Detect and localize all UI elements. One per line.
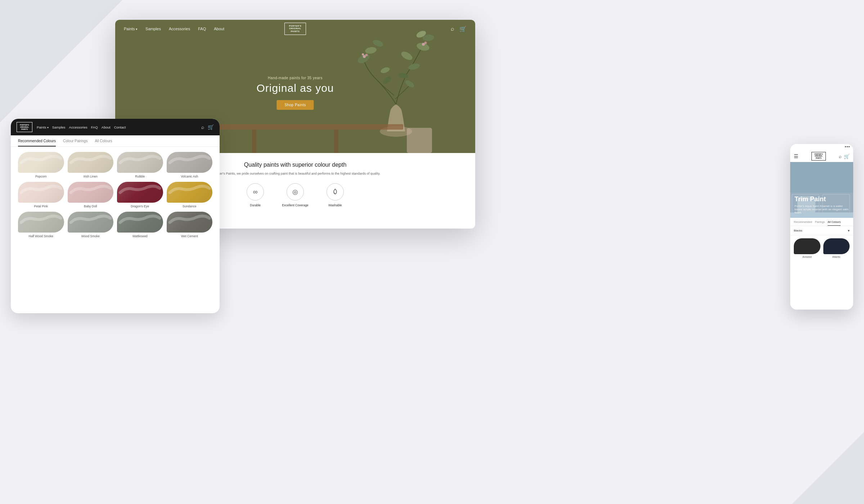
search-icon[interactable]: ⌕: [451, 26, 454, 32]
mobile-logo[interactable]: PORTER'SORIGINALPAINTS: [811, 152, 826, 161]
mobile-hero-title: Trim Paint: [795, 195, 849, 203]
mobile-tab-recommended[interactable]: Recommended: [794, 220, 812, 226]
washable-label: Washable: [328, 203, 342, 207]
quality-description: At Porter's Paints, we pride ourselves o…: [209, 171, 382, 176]
mobile-filter-dropdown[interactable]: Blacks ▾: [790, 226, 853, 235]
desktop-logo[interactable]: PORTER'SORIGINALPAINTS: [284, 23, 306, 35]
desktop-hero-content: Hand-made paints for 35 years Original a…: [256, 76, 334, 110]
shop-paints-button[interactable]: Shop Paints: [276, 100, 314, 110]
colour-swatch-label: Irish Linen: [84, 175, 98, 178]
mobile-swatches: AniseedAtlantic: [790, 235, 853, 261]
tablet-logo-text: PORTER'SORIGINALPAINTS: [20, 124, 29, 130]
colour-swatch-label: Half Wood Smoke: [29, 234, 53, 238]
status-dot-3: [849, 146, 850, 147]
colour-swatch-half-wood-smoke: [18, 212, 64, 233]
colour-swatch-irish-linen: [68, 152, 114, 173]
svg-rect-20: [334, 130, 338, 153]
svg-rect-18: [187, 124, 403, 130]
mobile-tab-all-colours[interactable]: All Colours: [828, 220, 841, 226]
durable-label: Durable: [250, 203, 261, 207]
tab-recommended[interactable]: Recommended Colours: [18, 139, 56, 147]
mobile-cart-icon[interactable]: 🛒: [844, 154, 850, 159]
svg-rect-19: [252, 130, 256, 153]
mobile-logo-text: PORTER'SORIGINALPAINTS: [815, 153, 823, 159]
svg-point-10: [365, 54, 368, 57]
colour-swatch-label: Petal Pink: [34, 204, 48, 208]
colour-swatch-dragon's-eye: [117, 182, 163, 203]
mobile-tabs: Recommended Pairings All Colours: [790, 218, 853, 226]
desktop-nav-right: ⌕ 🛒: [451, 26, 467, 32]
cart-icon[interactable]: 🛒: [459, 26, 467, 32]
colour-swatch-wood-smoke: [68, 212, 114, 233]
mobile-hero-overlay: Trim Paint Porter's Aqua Satin Enamel is…: [795, 195, 849, 214]
colour-swatch-item[interactable]: Petal Pink: [18, 182, 64, 208]
tablet-nav-accessories[interactable]: Accessories: [69, 125, 87, 129]
tablet-nav-samples[interactable]: Samples: [52, 125, 66, 129]
tablet-nav-faq[interactable]: FAQ: [91, 125, 98, 129]
colour-swatch-item[interactable]: Rubble: [117, 152, 163, 178]
svg-point-16: [380, 66, 390, 74]
tab-pairings[interactable]: Colour Pairings: [63, 139, 87, 147]
coverage-icon: ◎: [287, 183, 304, 201]
feature-washable: Washable: [327, 183, 344, 207]
svg-rect-22: [407, 128, 432, 153]
tablet-nav-right: ⌕ 🛒: [201, 124, 214, 130]
colour-swatch-label: Wet Cement: [181, 234, 198, 238]
mobile-hero-description: Porter's Aqua Satin Enamel is a water ba…: [795, 204, 849, 214]
nav-paints[interactable]: Paints: [124, 27, 138, 31]
svg-point-15: [404, 79, 415, 89]
colour-swatch-label: Wood Smoke: [81, 234, 100, 238]
bg-triangle-topleft: [0, 0, 122, 122]
colour-swatch-wet-cement: [167, 212, 213, 233]
hero-title: Original as you: [256, 82, 334, 94]
mobile-swatch-item[interactable]: Atlantic: [823, 238, 850, 258]
colour-swatch-label: Dragon's Eye: [131, 204, 149, 208]
mobile-tab-pairings[interactable]: Pairings: [815, 220, 825, 226]
desktop-nav-left: Paints Samples Accessories FAQ About: [124, 27, 224, 31]
colour-swatch-item[interactable]: Sundance: [167, 182, 213, 208]
tablet-logo[interactable]: PORTER'SORIGINALPAINTS: [17, 122, 32, 132]
tablet-nav-contact[interactable]: Contact: [114, 125, 126, 129]
colour-swatch-label: Volcanic Ash: [181, 175, 198, 178]
tablet-tabs: Recommended Colours Colour Pairings All …: [11, 135, 220, 147]
mobile-colour-swatch-atlantic: [823, 238, 850, 254]
nav-samples[interactable]: Samples: [145, 27, 161, 31]
bg-triangle-bottomright: [792, 432, 864, 504]
washable-icon: [327, 183, 344, 201]
nav-faq[interactable]: FAQ: [198, 27, 206, 31]
nav-about[interactable]: About: [214, 27, 224, 31]
status-dots: [845, 146, 850, 147]
colour-swatch-item[interactable]: Wet Cement: [167, 212, 213, 238]
tablet-mockup: PORTER'SORIGINALPAINTS Paints Samples Ac…: [11, 119, 220, 313]
svg-point-2: [365, 46, 377, 54]
colour-swatch-item[interactable]: Baby Doll: [68, 182, 114, 208]
hamburger-icon[interactable]: ☰: [794, 153, 798, 159]
colour-swatch-item[interactable]: Half Wood Smoke: [18, 212, 64, 238]
mobile-swatch-item[interactable]: Aniseed: [794, 238, 820, 258]
tablet-cart-icon[interactable]: 🛒: [208, 124, 214, 130]
colour-swatch-item[interactable]: Irish Linen: [68, 152, 114, 178]
durable-icon: ∞: [247, 183, 264, 201]
mobile-dropdown-chevron-icon: ▾: [848, 229, 850, 233]
colour-swatch-popcorn: [18, 152, 64, 173]
mobile-search-icon[interactable]: ⌕: [839, 154, 842, 159]
coverage-label: Excellent Coverage: [282, 203, 309, 207]
colour-swatch-item[interactable]: Wattleseed: [117, 212, 163, 238]
colour-swatch-label: Wattleseed: [132, 234, 148, 238]
mobile-header: ☰ PORTER'SORIGINALPAINTS ⌕ 🛒: [790, 149, 853, 162]
colour-swatch-sundance: [167, 182, 213, 203]
tablet-nav-paints[interactable]: Paints: [37, 125, 49, 129]
colour-swatch-item[interactable]: Volcanic Ash: [167, 152, 213, 178]
mobile-dropdown-label: Blacks: [794, 229, 802, 232]
mobile-hero-banner: Trim Paint Porter's Aqua Satin Enamel is…: [790, 162, 853, 218]
colour-swatch-label: Rubble: [135, 175, 145, 178]
tablet-nav-about[interactable]: About: [102, 125, 111, 129]
colour-swatch-item[interactable]: Popcorn: [18, 152, 64, 178]
colour-swatch-item[interactable]: Dragon's Eye: [117, 182, 163, 208]
nav-accessories[interactable]: Accessories: [169, 27, 190, 31]
tab-all-colours[interactable]: All Colours: [95, 139, 112, 147]
tablet-search-icon[interactable]: ⌕: [201, 124, 204, 130]
colour-swatch-wattleseed: [117, 212, 163, 233]
tablet-nav: PORTER'SORIGINALPAINTS Paints Samples Ac…: [11, 119, 220, 135]
colour-swatch-item[interactable]: Wood Smoke: [68, 212, 114, 238]
